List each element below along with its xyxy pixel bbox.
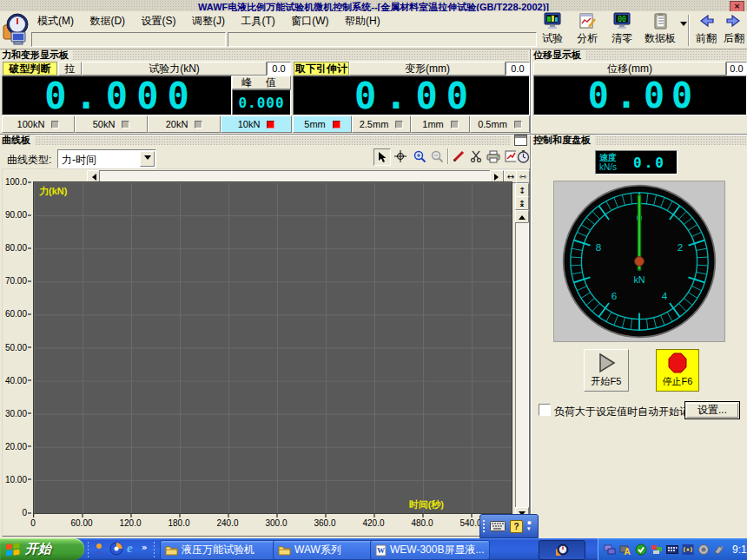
- toolbar-separator: [688, 15, 690, 46]
- pen-tool-icon[interactable]: [451, 148, 466, 164]
- menu-data[interactable]: 数据(D): [83, 12, 131, 30]
- zoom-in-tool-icon[interactable]: [412, 148, 427, 164]
- menu-settings[interactable]: 设置(S): [136, 12, 182, 30]
- word-document-icon: W: [375, 544, 387, 557]
- deform-range-5mm-button[interactable]: 5mm: [293, 115, 352, 133]
- deform-range-2.5mm-button[interactable]: 2.5mm: [352, 115, 411, 133]
- cursor-tool-icon[interactable]: [374, 148, 391, 166]
- analyze-icon: [578, 12, 597, 30]
- deform-display: 0.00: [293, 76, 530, 115]
- databoard-icon: [651, 12, 670, 30]
- start-button-label: 开始F5: [585, 375, 628, 388]
- tray-wireless-icon[interactable]: [682, 544, 694, 556]
- print-icon[interactable]: [486, 148, 501, 164]
- chart-toolbar-separator: [447, 148, 449, 164]
- toolbar-databoard-button[interactable]: 数据板: [641, 12, 679, 47]
- task-button-folder-2[interactable]: WAW系列: [273, 540, 375, 560]
- toolbar-zero-button[interactable]: 00 清零: [606, 12, 638, 47]
- y-axis-tick-label: 100.0: [5, 177, 27, 187]
- force-range-10kn-button[interactable]: 10kN: [221, 115, 292, 133]
- quick-launch-ie-icon[interactable]: e: [127, 541, 141, 557]
- app-icon[interactable]: [3, 13, 30, 46]
- tray-keyboard-layout-icon[interactable]: [666, 544, 678, 556]
- quick-launch-media-player-icon[interactable]: [109, 542, 123, 556]
- x-axis-tick-label: 0: [30, 518, 36, 528]
- menu-mode[interactable]: 模式(M): [31, 12, 80, 30]
- y-axis-tick-label: 60.00: [5, 309, 27, 319]
- curve-type-dropdown-arrow[interactable]: [140, 151, 155, 167]
- task-button-folder-1[interactable]: 液压万能试验机: [160, 540, 278, 560]
- help-balloon-icon[interactable]: ?: [510, 520, 523, 533]
- toolbar-next-button[interactable]: 后翻: [721, 12, 747, 47]
- menu-help[interactable]: 帮助(H): [339, 12, 387, 30]
- settings-button[interactable]: 设置...: [684, 401, 740, 419]
- svg-text:A: A: [624, 547, 630, 556]
- status-field-left: [31, 32, 226, 47]
- menu-adjust[interactable]: 调整(J): [186, 12, 231, 30]
- y-axis-tick-label: 70.00: [5, 276, 27, 286]
- fit-vertical-button[interactable]: ↨: [515, 196, 529, 210]
- keyboard-icon[interactable]: [490, 521, 506, 531]
- deform-value: 0.00: [354, 75, 477, 117]
- range-label: 1mm: [422, 119, 443, 129]
- fit-page-button[interactable]: ⇿: [516, 170, 530, 183]
- force-deform-panel: 力和变形显示板 破型判断 拉 试验力(kN) 0.0 0.000 峰 值 0.0…: [0, 49, 530, 134]
- start-menu-button[interactable]: 开始: [0, 538, 84, 560]
- quick-launch-grip[interactable]: [87, 541, 89, 557]
- menu-window[interactable]: 窗口(W): [285, 12, 334, 30]
- quick-launch-overflow-chevron[interactable]: »: [142, 543, 147, 552]
- curve-type-select[interactable]: 力-时间: [57, 149, 156, 168]
- displacement-value: 0.00: [588, 76, 699, 115]
- language-bar[interactable]: ? ▪▾: [479, 514, 539, 538]
- force-range-50kn-button[interactable]: 50kN: [75, 115, 148, 133]
- timer-icon[interactable]: [516, 148, 530, 164]
- task-button-active-app[interactable]: [539, 540, 585, 560]
- chart-vscroll-track[interactable]: [515, 222, 529, 509]
- task-button-label: 液压万能试验机: [182, 543, 255, 557]
- quick-launch-messenger-icon[interactable]: [92, 542, 106, 556]
- tray-network-icon[interactable]: [604, 544, 616, 556]
- chart-x-axis: 060.00120.0180.0240.0300.0360.0420.0480.…: [33, 514, 471, 526]
- folder-icon: [278, 545, 291, 556]
- force-range-100kn-button[interactable]: 100kN: [2, 115, 75, 133]
- system-tray: A 9:10: [598, 538, 747, 560]
- fit-height-button[interactable]: ↕: [515, 183, 529, 197]
- settings-button-label: 设置...: [686, 403, 738, 418]
- panel-window-icon[interactable]: [514, 135, 527, 146]
- force-display: 0.000: [2, 76, 232, 115]
- databoard-dropdown-arrow[interactable]: [680, 22, 687, 30]
- deform-range-0.5mm-button[interactable]: 0.5mm: [470, 115, 530, 133]
- tray-security-check-icon[interactable]: [635, 544, 647, 556]
- chart-y-axis-label: 力(kN): [39, 185, 67, 198]
- force-range-20kn-button[interactable]: 20kN: [148, 115, 221, 133]
- toolbar-test-button[interactable]: 试验: [537, 12, 568, 47]
- x-axis-tick-label: 180.0: [168, 518, 189, 528]
- zoom-out-tool-icon[interactable]: [429, 148, 445, 164]
- toolbar-analyze-button[interactable]: 分析: [572, 12, 603, 47]
- x-axis-tick-label: 480.0: [411, 518, 433, 528]
- range-led: [333, 121, 340, 128]
- task-button-label: WEW-300B屏显液...: [390, 543, 484, 557]
- tray-app-icon[interactable]: [651, 544, 663, 556]
- auto-record-checkbox[interactable]: [539, 404, 551, 416]
- curve-type-label: 曲线类型:: [7, 153, 51, 168]
- deform-range-1mm-button[interactable]: 1mm: [411, 115, 470, 133]
- control-panel-title: 控制和度盘板: [533, 135, 595, 145]
- force-deform-panel-title: 力和变形显示板: [2, 49, 73, 60]
- menu-tools[interactable]: 工具(T): [235, 12, 281, 30]
- start-button[interactable]: 开始F5: [584, 349, 629, 392]
- taskbar-clock[interactable]: 9:10: [732, 544, 747, 556]
- crosshair-tool-icon[interactable]: [393, 148, 408, 164]
- taskbar-grip[interactable]: [153, 541, 155, 557]
- tray-volume-icon[interactable]: [697, 544, 710, 556]
- language-bar-grip[interactable]: [482, 519, 486, 533]
- tray-warning-icon[interactable]: A: [619, 544, 631, 556]
- stop-button[interactable]: 停止F6: [656, 349, 699, 392]
- toolbar-prev-button[interactable]: 前翻: [693, 12, 719, 47]
- language-bar-options[interactable]: ▪▾: [527, 520, 532, 532]
- chart-plot-area[interactable]: 力(kN) 时间(秒): [33, 181, 512, 514]
- scissors-tool-icon[interactable]: [468, 148, 484, 164]
- gauge-number: 2: [678, 241, 684, 253]
- tray-usb-device-icon[interactable]: [713, 544, 725, 556]
- task-button-document[interactable]: W WEW-300B屏显液...: [370, 540, 490, 560]
